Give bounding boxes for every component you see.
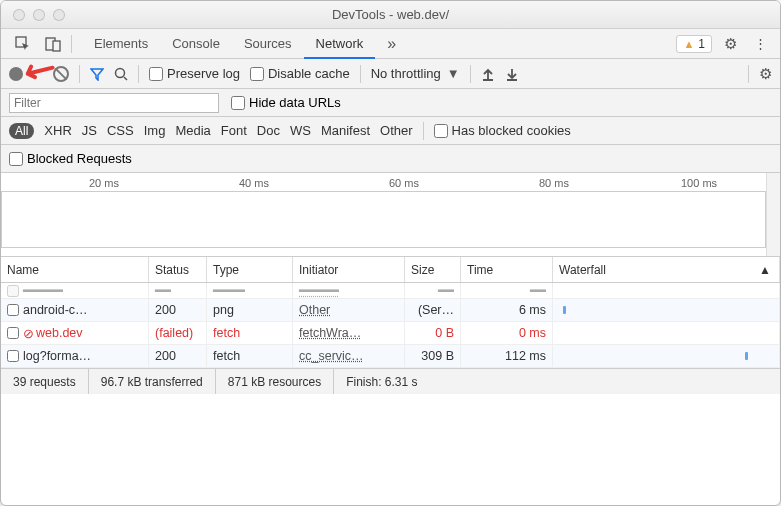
- filter-manifest[interactable]: Manifest: [321, 123, 370, 138]
- request-initiator[interactable]: cc_servic…: [293, 345, 405, 367]
- tab-sources[interactable]: Sources: [232, 29, 304, 58]
- kebab-menu-icon[interactable]: ⋮: [748, 32, 772, 56]
- filter-js[interactable]: JS: [82, 123, 97, 138]
- status-footer: 39 requests 96.7 kB transferred 871 kB r…: [1, 368, 780, 394]
- svg-point-3: [116, 68, 125, 77]
- device-toolbar-icon[interactable]: [41, 32, 65, 56]
- inspect-element-icon[interactable]: [11, 32, 35, 56]
- col-time[interactable]: Time: [461, 257, 553, 282]
- filter-input[interactable]: [9, 93, 219, 113]
- request-time: 112 ms: [461, 345, 553, 367]
- request-time: 0 ms: [461, 322, 553, 344]
- filter-css[interactable]: CSS: [107, 123, 134, 138]
- network-settings-icon[interactable]: ⚙: [759, 65, 772, 83]
- warnings-chip[interactable]: ▲ 1: [676, 35, 712, 53]
- footer-resources: 871 kB resources: [216, 369, 334, 394]
- tab-elements[interactable]: Elements: [82, 29, 160, 58]
- warnings-count: 1: [698, 37, 705, 51]
- request-initiator[interactable]: fetchWra…: [293, 322, 405, 344]
- separator: [138, 65, 139, 83]
- tabs-overflow-icon[interactable]: »: [375, 35, 408, 53]
- filter-doc[interactable]: Doc: [257, 123, 280, 138]
- clear-icon: [53, 66, 69, 82]
- footer-requests: 39 requests: [1, 369, 89, 394]
- separator: [470, 65, 471, 83]
- svg-rect-2: [53, 41, 60, 51]
- network-toolbar: Preserve log Disable cache No throttling…: [1, 59, 780, 89]
- col-name[interactable]: Name: [1, 257, 149, 282]
- sort-asc-icon: ▲: [759, 263, 771, 277]
- request-size: 309 B: [405, 345, 461, 367]
- timeline-overview[interactable]: 20 ms 40 ms 60 ms 80 ms 100 ms: [1, 173, 780, 257]
- annotation-arrow: [18, 53, 58, 93]
- window-title: DevTools - web.dev/: [1, 7, 780, 22]
- request-status: (failed): [149, 322, 207, 344]
- request-rows: ━━━━━ ━━━━━━━━━━━━━━━ android-c…200pngOt…: [1, 283, 780, 368]
- filter-xhr[interactable]: XHR: [44, 123, 71, 138]
- preserve-log-checkbox[interactable]: Preserve log: [149, 66, 240, 81]
- request-time: 6 ms: [461, 299, 553, 321]
- separator: [423, 122, 424, 140]
- table-row[interactable]: ━━━━━ ━━━━━━━━━━━━━━━: [1, 283, 780, 299]
- request-status: 200: [149, 345, 207, 367]
- request-waterfall: [553, 345, 780, 367]
- record-button[interactable]: [9, 67, 23, 81]
- type-filter-bar: All XHR JS CSS Img Media Font Doc WS Man…: [1, 117, 780, 145]
- separator: [748, 65, 749, 83]
- table-header: Name Status Type Initiator Size Time Wat…: [1, 257, 780, 283]
- request-size: (Ser…: [405, 299, 461, 321]
- table-row[interactable]: android-c…200pngOther(Ser…6 ms: [1, 299, 780, 322]
- separator: [71, 35, 72, 53]
- col-type[interactable]: Type: [207, 257, 293, 282]
- titlebar: DevTools - web.dev/: [1, 1, 780, 29]
- footer-transferred: 96.7 kB transferred: [89, 369, 216, 394]
- request-name: log?forma…: [23, 349, 91, 363]
- request-name: web.dev: [36, 326, 83, 340]
- filter-icon[interactable]: [90, 67, 104, 81]
- filter-bar: Hide data URLs: [1, 89, 780, 117]
- scrollbar[interactable]: [766, 173, 780, 256]
- download-har-icon[interactable]: [505, 67, 519, 81]
- filter-other[interactable]: Other: [380, 123, 413, 138]
- request-type: png: [207, 299, 293, 321]
- table-row[interactable]: log?forma…200fetchcc_servic…309 B112 ms: [1, 345, 780, 368]
- request-size: 0 B: [405, 322, 461, 344]
- search-icon[interactable]: [114, 67, 128, 81]
- chevron-down-icon: ▼: [447, 66, 460, 81]
- settings-icon[interactable]: ⚙: [718, 32, 742, 56]
- col-waterfall[interactable]: Waterfall▲: [553, 257, 780, 282]
- request-name: android-c…: [23, 303, 88, 317]
- separator: [360, 65, 361, 83]
- request-initiator[interactable]: Other: [293, 299, 405, 321]
- filter-font[interactable]: Font: [221, 123, 247, 138]
- request-type: fetch: [207, 345, 293, 367]
- filter-img[interactable]: Img: [144, 123, 166, 138]
- svg-line-4: [124, 77, 127, 80]
- error-icon: ⊘: [23, 326, 34, 341]
- filter-ws[interactable]: WS: [290, 123, 311, 138]
- devtools-window: DevTools - web.dev/ Elements Console Sou…: [0, 0, 781, 506]
- request-type: fetch: [207, 322, 293, 344]
- disable-cache-checkbox[interactable]: Disable cache: [250, 66, 350, 81]
- filter-media[interactable]: Media: [175, 123, 210, 138]
- timeline-body: [1, 191, 766, 248]
- col-size[interactable]: Size: [405, 257, 461, 282]
- blocked-requests-checkbox[interactable]: Blocked Requests: [9, 151, 132, 166]
- footer-finish: Finish: 6.31 s: [334, 369, 429, 394]
- upload-har-icon[interactable]: [481, 67, 495, 81]
- request-waterfall: [553, 322, 780, 344]
- throttling-select[interactable]: No throttling ▼: [371, 66, 460, 81]
- filter-all[interactable]: All: [9, 123, 34, 139]
- tab-console[interactable]: Console: [160, 29, 232, 58]
- request-status: 200: [149, 299, 207, 321]
- table-row[interactable]: ⊘web.dev(failed)fetchfetchWra…0 B0 ms: [1, 322, 780, 345]
- col-status[interactable]: Status: [149, 257, 207, 282]
- request-waterfall: [553, 299, 780, 321]
- hide-data-urls-checkbox[interactable]: Hide data URLs: [231, 95, 341, 110]
- separator: [79, 65, 80, 83]
- has-blocked-cookies-checkbox[interactable]: Has blocked cookies: [434, 123, 571, 138]
- col-initiator[interactable]: Initiator: [293, 257, 405, 282]
- tab-network[interactable]: Network: [304, 30, 376, 59]
- warning-icon: ▲: [683, 38, 694, 50]
- clear-button[interactable]: [53, 66, 69, 82]
